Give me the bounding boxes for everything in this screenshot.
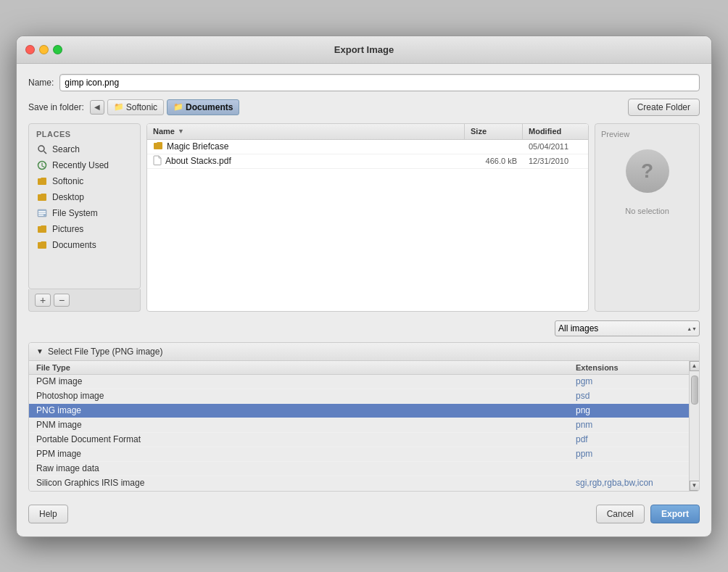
breadcrumb-area: ◀ 📁 Softonic 📁 Documents: [90, 99, 622, 115]
filesystem-icon: [36, 207, 48, 219]
export-button[interactable]: Export: [650, 505, 700, 523]
file-type-row-pdf[interactable]: Portable Document Format pdf: [29, 433, 699, 447]
file-type-row-raw[interactable]: Raw image data: [29, 462, 699, 476]
folder-icon: [36, 175, 48, 187]
save-in-folder-row: Save in folder: ◀ 📁 Softonic 📁 Documents…: [28, 99, 700, 116]
col-modified-header[interactable]: Modified: [523, 124, 588, 139]
file-type-section: ▼ Select File Type (PNG image) File Type…: [28, 342, 700, 492]
places-item-recently-used[interactable]: Recently Used: [29, 157, 140, 173]
file-modified-about-stacks: 12/31/2010: [523, 157, 588, 165]
svg-point-0: [38, 146, 44, 152]
places-header: Places: [29, 127, 140, 141]
filter-select[interactable]: All imagesAll files: [555, 320, 700, 336]
scroll-up-button[interactable]: ▲: [690, 361, 700, 371]
filter-row: All imagesAll files: [28, 318, 700, 342]
file-type-body: File Type Extensions PGM image pgm Photo…: [29, 361, 699, 491]
folder-file-icon: [153, 141, 163, 152]
file-type-header[interactable]: ▼ Select File Type (PNG image): [29, 343, 699, 361]
back-button[interactable]: ◀: [90, 100, 104, 115]
file-type-row-png[interactable]: PNG image png: [29, 404, 699, 418]
close-button[interactable]: [25, 45, 35, 54]
file-type-rows: PGM image pgm Photoshop image psd PNG im…: [29, 375, 699, 491]
file-type-content: File Type Extensions PGM image pgm Photo…: [29, 361, 699, 491]
main-area: Places Search: [28, 123, 700, 312]
minimize-button[interactable]: [39, 45, 49, 54]
breadcrumb-softonic[interactable]: 📁 Softonic: [107, 99, 164, 115]
col-size-header[interactable]: Size: [465, 124, 523, 139]
collapse-icon: ▼: [36, 347, 44, 355]
places-remove-button[interactable]: −: [54, 294, 70, 307]
file-type-row-ppm[interactable]: PPM image ppm: [29, 447, 699, 462]
name-label: Name:: [28, 78, 54, 88]
files-header: Name ▼ Size Modified: [147, 124, 588, 140]
dialog-content: Name: Save in folder: ◀ 📁 Softonic 📁 Doc…: [17, 64, 711, 536]
search-icon: [36, 144, 48, 155]
preview-panel: Preview ? No selection: [595, 123, 700, 312]
right-buttons: Cancel Export: [596, 505, 700, 523]
places-item-filesystem[interactable]: File System: [29, 205, 140, 221]
places-footer: + −: [28, 289, 141, 312]
file-size-about-stacks: 466.0 kB: [465, 157, 523, 165]
svg-rect-4: [38, 211, 46, 212]
traffic-lights: [25, 45, 62, 54]
places-panel-wrapper: Places Search: [28, 123, 141, 312]
sort-arrow: ▼: [178, 128, 184, 135]
files-panel: Name ▼ Size Modified: [146, 123, 589, 312]
places-item-pictures[interactable]: Pictures: [29, 221, 140, 237]
file-type-row-pgm[interactable]: PGM image pgm: [29, 375, 699, 389]
preview-label: Preview: [601, 130, 629, 138]
filename-input[interactable]: [59, 74, 700, 91]
preview-icon: ?: [622, 146, 673, 196]
create-folder-button[interactable]: Create Folder: [628, 99, 700, 116]
export-image-dialog: Export Image Name: Save in folder: ◀ 📁 S…: [16, 36, 712, 537]
cancel-button[interactable]: Cancel: [596, 505, 645, 523]
documents-folder-icon: [36, 239, 48, 251]
desktop-folder-icon: [36, 191, 48, 203]
breadcrumb-documents[interactable]: 📁 Documents: [167, 99, 239, 115]
file-name-magic-briefcase: Magic Briefcase: [147, 141, 465, 152]
places-add-button[interactable]: +: [35, 294, 51, 307]
window-title: Export Image: [334, 44, 394, 55]
help-button[interactable]: Help: [28, 505, 68, 523]
file-name-about-stacks: About Stacks.pdf: [147, 155, 465, 167]
places-item-documents[interactable]: Documents: [29, 237, 140, 253]
filter-select-wrapper: All imagesAll files: [555, 320, 700, 336]
col-name-header[interactable]: Name ▼: [147, 124, 465, 139]
file-row-magic-briefcase[interactable]: Magic Briefcase 05/04/2011: [147, 140, 588, 154]
file-type-row-photoshop[interactable]: Photoshop image psd: [29, 389, 699, 404]
places-item-search[interactable]: Search: [29, 141, 140, 157]
file-type-row-pnm[interactable]: PNM image pnm: [29, 418, 699, 433]
maximize-button[interactable]: [53, 45, 62, 54]
svg-rect-6: [38, 215, 44, 216]
svg-line-1: [44, 151, 47, 154]
file-type-table-header: File Type Extensions: [29, 361, 699, 375]
scroll-thumb[interactable]: [691, 376, 698, 405]
recently-used-icon: [36, 159, 48, 171]
name-row: Name:: [28, 74, 700, 91]
file-icon: [153, 155, 162, 167]
file-modified-magic-briefcase: 05/04/2011: [523, 142, 588, 151]
files-list: Magic Briefcase 05/04/2011: [147, 140, 588, 311]
action-bar: Help Cancel Export: [28, 499, 700, 526]
places-item-desktop[interactable]: Desktop: [29, 189, 140, 205]
places-item-softonic[interactable]: Softonic: [29, 173, 140, 189]
titlebar: Export Image: [17, 36, 711, 64]
preview-no-selection: No selection: [625, 207, 669, 215]
file-type-row-sgi[interactable]: Silicon Graphics IRIS image sgi,rgb,rgba…: [29, 476, 699, 491]
svg-rect-5: [38, 212, 46, 214]
preview-question-mark: ?: [626, 149, 669, 193]
scroll-down-button[interactable]: ▼: [690, 481, 700, 491]
places-panel: Places Search: [28, 123, 141, 289]
save-label: Save in folder:: [28, 102, 84, 112]
scrollbar[interactable]: ▲ ▼: [689, 361, 699, 491]
pictures-folder-icon: [36, 223, 48, 235]
file-row-about-stacks[interactable]: About Stacks.pdf 466.0 kB 12/31/2010: [147, 154, 588, 169]
